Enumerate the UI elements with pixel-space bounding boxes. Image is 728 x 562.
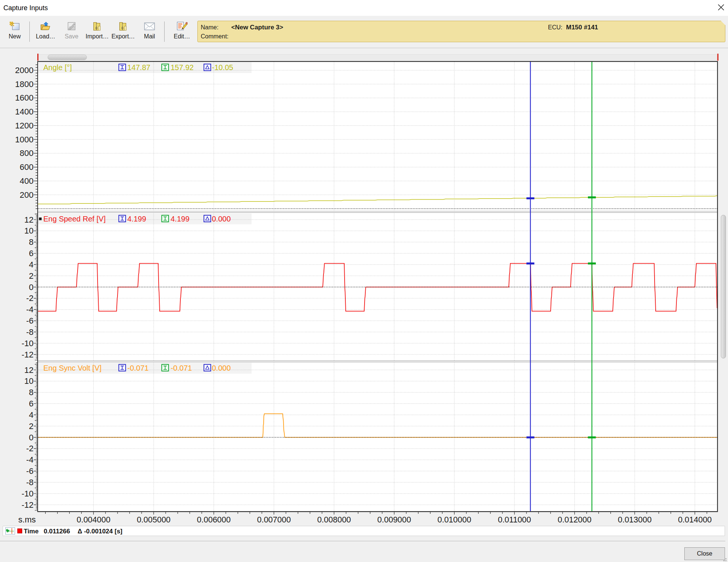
svg-text:1400: 1400 [15, 107, 34, 116]
svg-text:157.92: 157.92 [171, 63, 194, 72]
svg-text:8: 8 [29, 388, 34, 397]
svg-text:6: 6 [29, 399, 34, 408]
svg-text:2: 2 [29, 271, 34, 281]
svg-text:1200: 1200 [15, 121, 34, 130]
svg-text:0.004000: 0.004000 [76, 515, 110, 524]
svg-text:0.012000: 0.012000 [558, 515, 592, 524]
svg-text:800: 800 [20, 148, 34, 158]
svg-text:Eng Speed Ref [V]: Eng Speed Ref [V] [43, 215, 106, 223]
svg-text:0.011000: 0.011000 [498, 515, 531, 524]
svg-text:s.ms: s.ms [18, 515, 36, 524]
svg-text:-0.071: -0.071 [171, 364, 192, 372]
svg-text:-10: -10 [21, 339, 34, 348]
svg-text:6: 6 [29, 249, 34, 258]
svg-text:2000: 2000 [15, 66, 34, 75]
svg-text:0.010000: 0.010000 [437, 515, 471, 524]
svg-text:147.87: 147.87 [127, 63, 150, 72]
svg-text:-8: -8 [26, 478, 34, 487]
svg-text:0: 0 [29, 283, 34, 292]
svg-text:600: 600 [20, 162, 34, 172]
svg-text:0: 0 [29, 433, 34, 442]
svg-text:4: 4 [29, 410, 34, 420]
svg-text:-12: -12 [21, 350, 34, 359]
svg-text:8: 8 [29, 237, 34, 247]
svg-text:200: 200 [20, 190, 34, 200]
svg-text:1800: 1800 [15, 79, 34, 89]
svg-text:0.007000: 0.007000 [257, 515, 291, 524]
svg-text:2: 2 [29, 421, 34, 431]
svg-text:Angle [°]: Angle [°] [43, 63, 72, 72]
svg-text:0.000: 0.000 [212, 215, 231, 223]
svg-text:-6: -6 [26, 466, 34, 476]
svg-text:-8: -8 [26, 327, 34, 337]
svg-text:400: 400 [20, 176, 34, 186]
svg-text:0.000: 0.000 [212, 364, 231, 372]
svg-text:-0.071: -0.071 [127, 364, 149, 372]
svg-text:-4: -4 [26, 305, 34, 314]
svg-text:-2: -2 [26, 293, 34, 303]
svg-text:10: 10 [24, 376, 34, 386]
svg-text:12: 12 [24, 365, 34, 375]
svg-text:4.199: 4.199 [127, 215, 146, 223]
svg-text:0.014000: 0.014000 [678, 515, 712, 524]
svg-text:0.013000: 0.013000 [618, 515, 652, 524]
svg-text:4.199: 4.199 [171, 215, 189, 223]
svg-text:12: 12 [24, 215, 34, 224]
svg-text:-4: -4 [26, 455, 34, 464]
svg-text:10: 10 [24, 226, 34, 235]
svg-text:0.008000: 0.008000 [317, 515, 351, 524]
svg-text:0.009000: 0.009000 [377, 515, 411, 524]
svg-text:0.005000: 0.005000 [137, 515, 171, 524]
svg-text:-12: -12 [21, 500, 34, 510]
svg-text:Eng Sync Volt [V]: Eng Sync Volt [V] [43, 364, 102, 372]
svg-text:1000: 1000 [15, 135, 34, 144]
svg-text:-6: -6 [26, 316, 34, 325]
svg-text:1600: 1600 [15, 93, 34, 102]
svg-text:4: 4 [29, 260, 34, 269]
svg-text:-10: -10 [21, 489, 34, 498]
svg-text:-10.05: -10.05 [212, 63, 234, 72]
svg-text:0.006000: 0.006000 [197, 515, 231, 524]
svg-text:-2: -2 [26, 444, 34, 453]
